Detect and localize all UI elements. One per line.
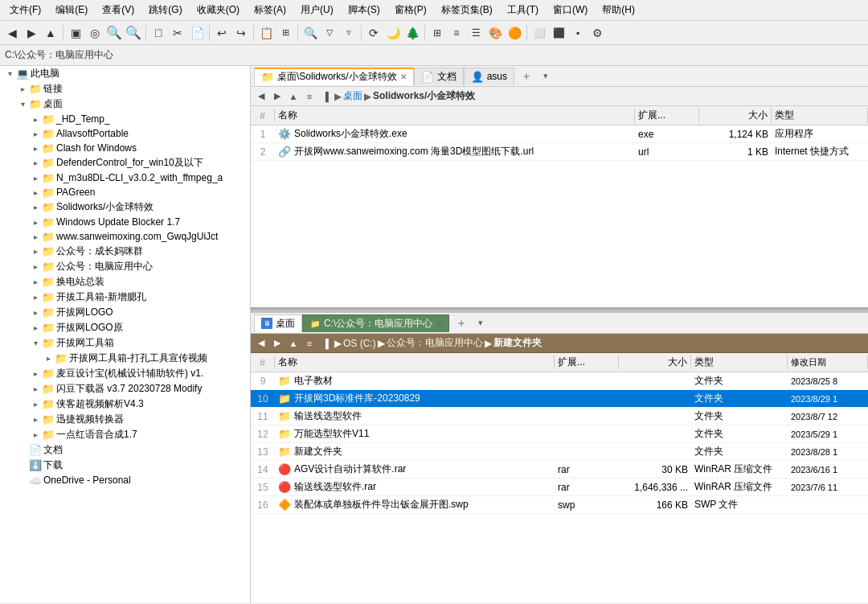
bottom-file-row[interactable]: 10 📁 开拔网3D标准件库-20230829 文件夹 2023/8/29 1 (251, 390, 868, 408)
tree-item[interactable]: ▸📁Clash for Windows (0, 141, 250, 155)
bottom-file-row[interactable]: 9 📁 电子教材 文件夹 2023/8/25 8 (251, 372, 868, 390)
menu-user[interactable]: 用户(U) (294, 2, 340, 18)
back-button[interactable]: ◀ (3, 24, 21, 42)
copy-button[interactable]: 📄 (188, 24, 206, 42)
bottom-nav-up[interactable]: ▲ (286, 336, 301, 351)
breadcrumb-current[interactable]: Solidworks/小金球特效 (373, 89, 475, 103)
search2-button[interactable]: 🔍 (301, 24, 319, 42)
menu-favorites[interactable]: 收藏夹(O) (190, 2, 246, 18)
tree-item[interactable]: ☁️OneDrive - Personal (0, 473, 250, 487)
tree-item[interactable]: ▸📁开拔工具箱-新增腮孔 (0, 290, 250, 305)
col-header-ext[interactable]: 扩展... (635, 108, 699, 123)
bottom-nav-menu[interactable]: ≡ (302, 336, 317, 351)
bottom-col-header-size[interactable]: 大小 (619, 355, 691, 370)
copy-src-button[interactable]: 📋 (149, 24, 167, 42)
tab-close-icon[interactable]: ✕ (400, 72, 407, 81)
tab-desktop[interactable]: 🖥 桌面 (254, 314, 302, 332)
bottom-tab-dropdown[interactable]: ▾ (473, 316, 488, 330)
layout2-button[interactable]: ⬛ (550, 24, 567, 42)
layout1-button[interactable]: ⬜ (530, 24, 548, 42)
redo-button[interactable]: ↪ (232, 24, 250, 42)
tree-item[interactable]: ▸📁麦豆设计宝(机械设计辅助软件) v1. (0, 366, 250, 381)
moon-button[interactable]: 🌙 (384, 24, 402, 42)
up-button[interactable]: ▲ (42, 24, 59, 42)
bottom-tab-add-button[interactable]: ＋ (449, 314, 473, 332)
grid-button[interactable]: ⊞ (428, 24, 446, 42)
filter2-button[interactable]: ▿ (340, 24, 358, 42)
tab-dropdown-arrow[interactable]: ▾ (538, 69, 553, 83)
tree-item[interactable]: ▸📁公众号：电脑应用中心 (0, 259, 250, 274)
tree-item[interactable]: ▸📁Windows Update Blocker 1.7 (0, 215, 250, 229)
tree-item[interactable]: ▾💻此电脑 (0, 66, 250, 81)
sync-button[interactable]: ⟳ (365, 24, 383, 42)
menu-file[interactable]: 文件(F) (3, 2, 47, 18)
view-button[interactable]: ▣ (67, 24, 84, 42)
file-row[interactable]: 2 🔗 开拔网www.sanweimoxing.com 海量3D模型图纸下载.u… (251, 143, 868, 161)
file-row[interactable]: 1 ⚙️ Solidworks小金球特效.exe exe 1,124 KB 应用… (251, 125, 868, 143)
col-header-name[interactable]: 名称 (275, 108, 635, 123)
bottom-nav-forward[interactable]: ▶ (270, 336, 285, 351)
menu-script[interactable]: 脚本(S) (342, 2, 387, 18)
tree-item[interactable]: ▸📁开拔网LOGO原 (0, 320, 250, 335)
cut-button[interactable]: ✂ (169, 24, 186, 42)
tree-item[interactable]: ▸📁迅捷视频转换器 (0, 412, 250, 427)
bottom-col-header-name[interactable]: 名称 (275, 355, 555, 370)
tree-item[interactable]: ▸📁PAGreen (0, 185, 250, 199)
tree-scroll[interactable]: ▾💻此电脑▸📁链接▾📁桌面▸📁_HD_Temp_▸📁AllavsoftPorta… (0, 66, 250, 602)
bottom-breadcrumb-os[interactable]: OS (C:) (343, 338, 376, 349)
col-header-type[interactable]: 类型 (772, 108, 868, 123)
tree-item[interactable]: ▸📁Solidworks/小金球特效 (0, 199, 250, 215)
find-button[interactable]: 🔍 (105, 24, 123, 42)
menu-tools[interactable]: 工具(T) (501, 2, 545, 18)
tree-item[interactable]: ▸📁换电站总装 (0, 274, 250, 290)
tree-item[interactable]: ▾📁桌面 (0, 97, 250, 112)
bottom-col-header-ext[interactable]: 扩展... (555, 355, 619, 370)
tree-item[interactable]: ▸📁链接 (0, 81, 250, 97)
tab-appstore[interactable]: 📁 C:\公众号：电脑应用中心 ✕ (302, 314, 449, 332)
menu-window[interactable]: 窗口(W) (547, 2, 594, 18)
tree-item[interactable]: ▸📁侠客超视频解析V4.3 (0, 397, 250, 412)
bottom-breadcrumb-appstore[interactable]: 公众号：电脑应用中心 (387, 336, 483, 350)
bottom-col-header-type[interactable]: 类型 (691, 355, 788, 370)
nav-menu-button[interactable]: ≡ (302, 89, 317, 104)
tree-button[interactable]: 🌲 (403, 24, 421, 42)
bottom-file-row[interactable]: 14 🔴 AGV设计自动计算软件.rar rar 30 KB WinRAR 压缩… (251, 461, 868, 479)
tree-item[interactable]: ▸📁公众号：成长妈咪群 (0, 244, 250, 259)
tree-item[interactable]: ▸📁闪豆下载器 v3.7 20230728 Modify (0, 381, 250, 397)
palette-button[interactable]: 🎨 (486, 24, 504, 42)
nav-up-button[interactable]: ▲ (286, 89, 301, 104)
menu-view[interactable]: 查看(V) (96, 2, 141, 18)
menu-pane[interactable]: 窗格(P) (388, 2, 433, 18)
bottom-file-row[interactable]: 13 📁 新建文件夹 文件夹 2023/8/28 1 (251, 443, 868, 461)
zoom-button[interactable]: 🔍 (125, 24, 142, 42)
bottom-file-row[interactable]: 11 📁 输送线选型软件 文件夹 2023/8/7 12 (251, 408, 868, 425)
tree-item[interactable]: ▸📁开拔网LOGO (0, 305, 250, 320)
bottom-col-header-num[interactable]: # (251, 356, 275, 369)
breadcrumb-desktop[interactable]: 桌面 (343, 89, 362, 103)
bottom-nav-back[interactable]: ◀ (254, 336, 268, 351)
bottom-file-row[interactable]: 12 📁 万能选型软件V11 文件夹 2023/5/29 1 (251, 425, 868, 443)
col-header-num[interactable]: # (251, 109, 275, 122)
tab-asus[interactable]: 👤 asus (464, 68, 514, 85)
tab-solidworks[interactable]: 📁 桌面\Solidworks/小金球特效 ✕ (254, 68, 414, 85)
menu-edit[interactable]: 编辑(E) (49, 2, 94, 18)
undo-button[interactable]: ↩ (213, 24, 231, 42)
tree-item[interactable]: ▸📁DefenderControl_for_win10及以下 (0, 155, 250, 171)
tree-item[interactable]: ▸📁_HD_Temp_ (0, 112, 250, 126)
tools2-button[interactable]: ⚙ (588, 24, 606, 42)
color-button[interactable]: 🟠 (506, 24, 523, 42)
bottom-file-row[interactable]: 16 🔶 装配体或单独板件件导出钣金展开图.swp swp 166 KB SWP… (251, 496, 868, 514)
tree-item[interactable]: ▸📁一点红语音合成1.7 (0, 427, 250, 442)
paste-button[interactable]: 📋 (257, 24, 275, 42)
menu-tabset[interactable]: 标签页集(B) (435, 2, 499, 18)
target-button[interactable]: ◎ (86, 24, 104, 42)
tree-item[interactable]: ▾📁开拔网工具箱 (0, 335, 250, 351)
menu-tags[interactable]: 标签(A) (248, 2, 293, 18)
nav-forward-button[interactable]: ▶ (270, 89, 285, 104)
tab-docs[interactable]: 📄 文档 (414, 68, 464, 85)
tree-item[interactable]: ⬇️下载 (0, 458, 250, 473)
forward-button[interactable]: ▶ (23, 24, 40, 42)
col-header-size[interactable]: 大小 (699, 108, 772, 123)
tree-item[interactable]: ▸📁www.sanweimoxing.com_GwqJgUiJct (0, 229, 250, 244)
detail-button[interactable]: ☰ (467, 24, 485, 42)
